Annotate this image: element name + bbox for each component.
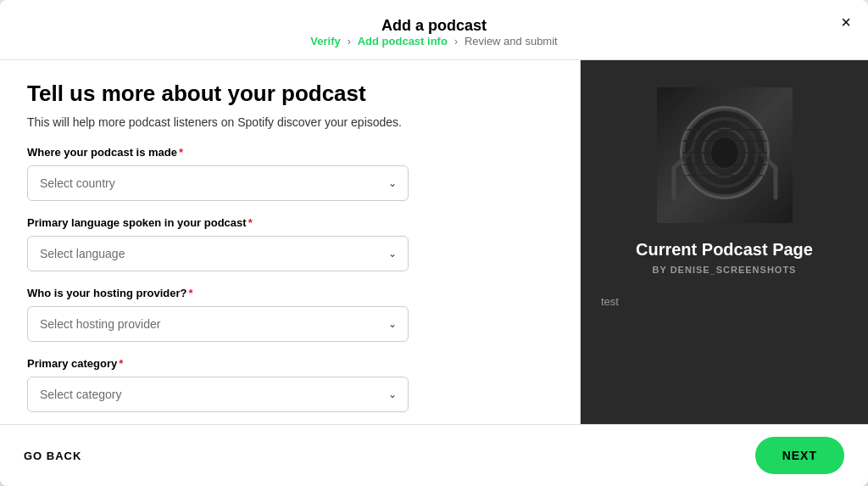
breadcrumb: Verify › Add podcast info › Review and s… (20, 35, 848, 47)
hosting-required: * (189, 287, 193, 299)
category-select-wrapper: Select category ⌄ (27, 377, 409, 412)
modal-footer: GO BACK NEXT (0, 424, 868, 486)
language-field-group: Primary language spoken in your podcast*… (27, 216, 553, 271)
modal-body: Tell us more about your podcast This wil… (0, 60, 868, 424)
country-select[interactable]: Select country (27, 165, 409, 201)
go-back-button[interactable]: GO BACK (24, 450, 81, 462)
right-panel: Current Podcast Page BY DENISE_SCREENSHO… (581, 60, 868, 424)
hosting-select[interactable]: Select hosting provider (27, 306, 409, 342)
hosting-label: Who is your hosting provider?* (27, 287, 553, 299)
category-label: Primary category* (27, 357, 553, 370)
add-podcast-modal: Add a podcast × Verify › Add podcast inf… (0, 0, 868, 486)
left-panel: Tell us more about your podcast This wil… (0, 60, 581, 424)
category-field-group: Primary category* Select category ⌄ (27, 357, 553, 412)
country-field-group: Where your podcast is made* Select count… (27, 146, 553, 201)
svg-point-14 (711, 137, 738, 168)
language-label: Primary language spoken in your podcast* (27, 216, 553, 229)
breadcrumb-step-add-info: Add podcast info (358, 35, 448, 47)
panel-subtext: This will help more podcast listeners on… (27, 115, 553, 129)
podcast-thumbnail-svg (670, 100, 780, 210)
podcast-image (657, 87, 793, 223)
panel-heading: Tell us more about your podcast (27, 81, 553, 107)
language-select[interactable]: Select language (27, 236, 409, 271)
country-select-wrapper: Select country ⌄ (27, 165, 409, 201)
country-required: * (179, 146, 183, 159)
close-button[interactable]: × (841, 14, 851, 31)
language-required: * (248, 216, 253, 229)
podcast-author: BY DENISE_SCREENSHOTS (653, 265, 797, 275)
category-required: * (119, 357, 123, 370)
breadcrumb-sep-2: › (454, 36, 458, 47)
hosting-select-wrapper: Select hosting provider ⌄ (27, 306, 409, 342)
country-label: Where your podcast is made* (27, 146, 553, 159)
hosting-field-group: Who is your hosting provider?* Select ho… (27, 287, 553, 342)
podcast-test-label: test (601, 295, 619, 308)
language-select-wrapper: Select language ⌄ (27, 236, 409, 271)
breadcrumb-step-verify: Verify (310, 35, 340, 47)
next-button[interactable]: NEXT (755, 437, 844, 474)
modal-title: Add a podcast (381, 17, 487, 34)
breadcrumb-step-review: Review and submit (465, 35, 558, 47)
category-select[interactable]: Select category (27, 377, 409, 412)
podcast-name: Current Podcast Page (636, 240, 813, 260)
modal-header: Add a podcast × Verify › Add podcast inf… (0, 0, 868, 59)
breadcrumb-sep-1: › (348, 36, 351, 47)
